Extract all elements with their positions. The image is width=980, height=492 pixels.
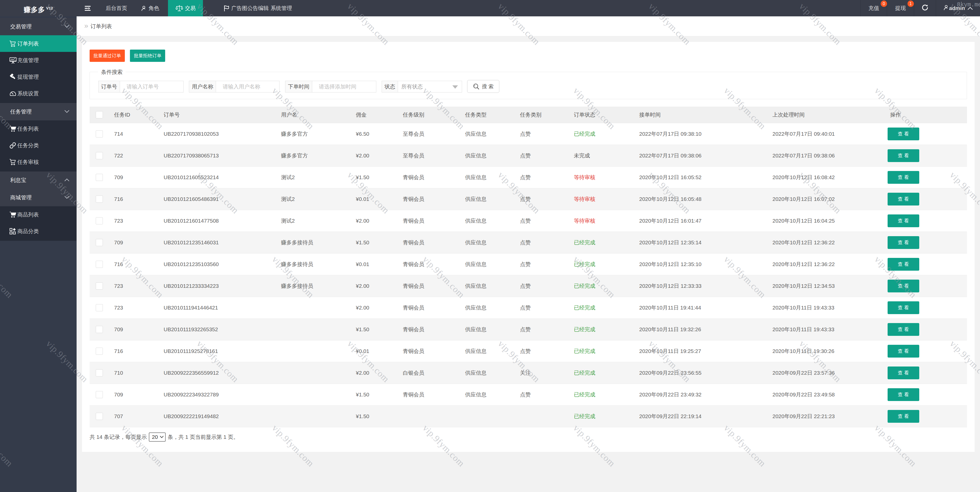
refresh-button[interactable] <box>914 0 936 16</box>
cell-category: 点赞 <box>514 188 568 210</box>
sidebar-item-任务审核[interactable]: 任务审核 <box>0 153 76 170</box>
order-time-label: 下单时间 <box>285 81 312 92</box>
row-checkbox[interactable] <box>96 152 103 159</box>
cell-process-time: 2020年10月12日 16:04:25 <box>766 210 884 232</box>
recharge-button[interactable]: 充值0 <box>861 0 887 16</box>
order-no-input[interactable] <box>120 81 183 92</box>
view-button[interactable]: 查 看 <box>888 410 919 423</box>
row-checkbox[interactable] <box>96 195 103 203</box>
sidebar-group-children: 订单列表充值管理提现管理系统设置 <box>0 35 76 103</box>
cell-level: 青铜会员 <box>397 383 459 405</box>
sidebar-item-label: 充值管理 <box>18 57 39 63</box>
sidebar-group-0[interactable]: 交易管理 <box>0 18 76 35</box>
sidebar-item-任务分类[interactable]: 任务分类 <box>0 137 76 153</box>
view-button[interactable]: 查 看 <box>888 128 919 140</box>
sidebar-item-label: 任务审核 <box>18 159 39 165</box>
cell-task-id: 716 <box>108 340 158 362</box>
sidebar-item-系统设置[interactable]: 系统设置 <box>0 85 76 102</box>
table-row: 716UB2010121235103560赚多多接待员¥0.01青铜会员供应信息… <box>90 253 967 275</box>
select-all-checkbox[interactable] <box>96 111 103 118</box>
batch-approve-button[interactable]: 批量通过订单 <box>90 50 125 62</box>
view-button[interactable]: 查 看 <box>888 366 919 379</box>
column-header-select <box>90 107 108 123</box>
view-button[interactable]: 查 看 <box>888 149 919 162</box>
row-checkbox[interactable] <box>96 369 103 377</box>
cell-type: 供应信息 <box>459 232 514 253</box>
cell-type: 供应信息 <box>459 362 514 383</box>
cell-select <box>90 383 108 405</box>
cell-status: 等待审核 <box>568 210 633 232</box>
view-button[interactable]: 查 看 <box>888 323 919 336</box>
view-button[interactable]: 查 看 <box>888 171 919 184</box>
sidebar-item-提现管理[interactable]: 提现管理 <box>0 69 76 85</box>
row-checkbox[interactable] <box>96 413 103 420</box>
cell-user-name <box>275 340 350 362</box>
cell-process-time: 2020年09月22日 23:49:58 <box>766 383 884 405</box>
tab-trade[interactable]: 交易 <box>168 0 203 16</box>
cell-select <box>90 145 108 166</box>
view-button[interactable]: 查 看 <box>888 236 919 249</box>
cell-fee: ¥0.01 <box>350 340 397 362</box>
cell-accept-time: 2022年07月17日 09:38:06 <box>633 145 766 166</box>
page-size-select[interactable]: 20 <box>149 433 165 442</box>
tab-label: 角色 <box>149 5 159 12</box>
status-select[interactable]: 所有状态 <box>398 81 462 92</box>
view-button[interactable]: 查 看 <box>888 214 919 227</box>
withdraw-button[interactable]: 提现1 <box>887 0 914 16</box>
cell-process-time: 2020年10月11日 19:30:26 <box>766 340 884 362</box>
sidebar-item-任务列表[interactable]: 任务列表 <box>0 120 76 137</box>
cell-level: 青铜会员 <box>397 253 459 275</box>
cell-fee: ¥2.00 <box>350 145 397 166</box>
row-checkbox[interactable] <box>96 239 103 246</box>
tab-system[interactable]: 系统管理 <box>264 0 298 16</box>
sidebar-item-订单列表[interactable]: 订单列表 <box>0 35 76 52</box>
row-checkbox[interactable] <box>96 283 103 289</box>
cell-level: 至尊会员 <box>397 145 459 166</box>
view-button[interactable]: 查 看 <box>888 280 919 292</box>
row-checkbox[interactable] <box>96 391 103 398</box>
cell-select <box>90 275 108 297</box>
sidebar-item-商品列表[interactable]: 商品列表 <box>0 206 76 223</box>
row-checkbox[interactable] <box>96 174 103 181</box>
cell-status: 已经完成 <box>568 123 633 145</box>
cell-accept-time: 2020年10月12日 12:35:10 <box>633 253 766 275</box>
column-header-佣金: 佣金 <box>350 107 397 123</box>
cell-category: 点赞 <box>514 232 568 253</box>
cell-task-id: 709 <box>108 318 158 340</box>
row-checkbox[interactable] <box>96 261 103 268</box>
column-header-任务级别: 任务级别 <box>397 107 459 123</box>
row-checkbox[interactable] <box>96 326 103 333</box>
view-button[interactable]: 查 看 <box>888 301 919 314</box>
view-button[interactable]: 查 看 <box>888 258 919 271</box>
sidebar-group-1[interactable]: 任务管理 <box>0 103 76 120</box>
column-header-任务ID: 任务ID <box>108 107 158 123</box>
view-button[interactable]: 查 看 <box>888 193 919 206</box>
toolbar: 批量通过订单 批量拒绝订单 <box>90 50 967 62</box>
user-name-input[interactable] <box>216 81 279 92</box>
column-header-上次处理时间: 上次处理时间 <box>766 107 884 123</box>
cart-outline-icon <box>10 159 16 165</box>
cell-action: 查 看 <box>884 166 967 188</box>
sidebar-toggle-button[interactable] <box>76 0 99 16</box>
view-button[interactable]: 查 看 <box>888 345 919 358</box>
cell-process-time: 2020年10月12日 16:07:02 <box>766 188 884 210</box>
sidebar-item-label: 系统设置 <box>18 91 39 96</box>
sidebar-item-商品分类[interactable]: 商品分类 <box>0 223 76 240</box>
tab-dashboard[interactable]: 后台首页 <box>99 0 134 16</box>
order-time-input[interactable] <box>312 81 376 92</box>
tab-roles[interactable]: 角色 <box>134 0 166 16</box>
view-button[interactable]: 查 看 <box>888 388 919 401</box>
chevron-up-icon <box>64 178 70 182</box>
sidebar-item-充值管理[interactable]: 充值管理 <box>0 52 76 69</box>
table-row: 714UB2207170938102053赚多多官方¥6.50至尊会员供应信息点… <box>90 123 967 145</box>
batch-reject-button[interactable]: 批量拒绝订单 <box>130 50 165 62</box>
user-name-group: 用户名称 <box>189 81 280 93</box>
cell-status: 已经完成 <box>568 383 633 405</box>
search-button[interactable]: 搜 索 <box>467 80 499 93</box>
row-checkbox[interactable] <box>96 217 103 224</box>
row-checkbox[interactable] <box>96 130 103 137</box>
row-checkbox[interactable] <box>96 348 103 355</box>
row-checkbox[interactable] <box>96 304 103 311</box>
sidebar-group-3[interactable]: 商城管理 <box>0 189 76 206</box>
sidebar-group-2[interactable]: 利息宝 <box>0 171 76 189</box>
